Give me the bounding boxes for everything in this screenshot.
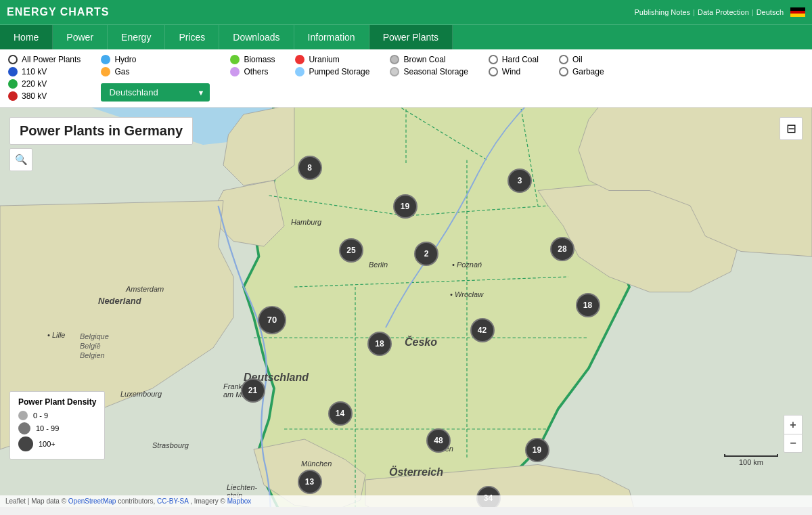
filter-220kv[interactable]: 220 kV xyxy=(8,79,81,89)
nav-power[interactable]: Power xyxy=(53,25,108,49)
filter-all-power-plants[interactable]: All Power Plants xyxy=(8,55,81,64)
cluster-marker-c3[interactable]: 19 xyxy=(393,194,418,219)
cluster-marker-c7[interactable]: 18 xyxy=(576,293,600,317)
nav-energy[interactable]: Energy xyxy=(108,25,165,49)
filter-uranium[interactable]: Uranium xyxy=(295,55,369,64)
map-attribution: Leaflet | Map data © OpenStreetMap contr… xyxy=(0,495,812,507)
filter-col-7: Oil Garbage xyxy=(559,55,604,76)
filter-col-4: Uranium Pumped Storage xyxy=(295,55,369,76)
filter-brown-coal[interactable]: Brown Coal xyxy=(390,55,468,64)
layers-icon: ⊟ xyxy=(786,121,796,136)
map-svg xyxy=(0,108,812,507)
filter-380kv[interactable]: 380 kV xyxy=(8,91,81,101)
filter-circle xyxy=(559,55,568,64)
legend-circle-small xyxy=(18,411,28,420)
filter-circle xyxy=(295,67,304,76)
search-icon: 🔍 xyxy=(15,154,28,166)
top-links: Publishing Notes | Data Protection | Deu… xyxy=(635,7,805,17)
language-link[interactable]: Deutsch xyxy=(757,8,784,16)
filter-circle xyxy=(559,67,568,76)
map-legend: Power Plant Density 0 - 9 10 - 99 100+ xyxy=(9,391,105,460)
scale-label: 100 km xyxy=(739,458,763,466)
filter-circle xyxy=(101,67,110,76)
filter-hydro[interactable]: Hydro xyxy=(101,55,210,64)
nav-power-plants[interactable]: Power Plants xyxy=(369,25,453,49)
data-protection-link[interactable]: Data Protection xyxy=(698,8,749,16)
filter-circle xyxy=(8,79,18,89)
zoom-in-button[interactable]: + xyxy=(784,415,803,434)
nav-prices[interactable]: Prices xyxy=(165,25,219,49)
filter-circle xyxy=(489,67,498,76)
cluster-marker-c6[interactable]: 28 xyxy=(550,237,574,261)
map-title: Power Plants in Germany xyxy=(9,117,193,145)
map-container[interactable]: Power Plants in Germany 🔍 ⊟ 831925228187… xyxy=(0,108,812,507)
filter-col-5: Brown Coal Seasonal Storage xyxy=(390,55,468,76)
cluster-marker-c4[interactable]: 25 xyxy=(339,238,363,263)
openstreetmap-link[interactable]: OpenStreetMap xyxy=(68,497,116,505)
filter-col-3: Biomass Others xyxy=(230,55,275,76)
filter-circle xyxy=(390,67,399,76)
filter-circle xyxy=(8,67,18,76)
filter-circle xyxy=(8,91,18,101)
filter-pumped-storage[interactable]: Pumped Storage xyxy=(295,67,369,76)
filter-seasonal-storage[interactable]: Seasonal Storage xyxy=(390,67,468,76)
filter-garbage[interactable]: Garbage xyxy=(559,67,604,76)
nav-home[interactable]: Home xyxy=(0,25,53,49)
top-bar: ENERGY CHARTS Publishing Notes | Data Pr… xyxy=(0,0,812,24)
filter-circle xyxy=(295,55,304,64)
filter-circle xyxy=(230,55,240,64)
legend-label-small: 0 - 9 xyxy=(33,411,48,420)
cluster-marker-c11[interactable]: 21 xyxy=(241,378,265,403)
cluster-marker-c10[interactable]: 18 xyxy=(367,332,392,356)
legend-circle-medium xyxy=(18,422,30,434)
zoom-out-button[interactable]: − xyxy=(784,434,803,453)
filter-oil[interactable]: Oil xyxy=(559,55,604,64)
nav-information[interactable]: Information xyxy=(294,25,369,49)
main-nav: Home Power Energy Prices Downloads Infor… xyxy=(0,24,812,49)
map-zoom-controls: + − xyxy=(784,415,803,453)
legend-label-medium: 10 - 99 xyxy=(36,424,59,432)
filter-biomass[interactable]: Biomass xyxy=(230,55,275,64)
cluster-marker-c1[interactable]: 8 xyxy=(298,156,322,180)
filter-col-2: Hydro Gas Deutschland Bayern Baden-Württ… xyxy=(101,55,210,102)
ccbysa-link[interactable]: CC-BY-SA xyxy=(157,497,188,505)
mapbox-link[interactable]: Mapbox xyxy=(227,497,252,505)
filter-circle xyxy=(390,55,399,64)
cluster-marker-c2[interactable]: 3 xyxy=(508,169,532,193)
filter-gas[interactable]: Gas xyxy=(101,67,210,76)
cluster-marker-c15[interactable]: 13 xyxy=(298,470,322,494)
filter-col-1: All Power Plants 110 kV 220 kV 380 kV xyxy=(8,55,81,101)
map-search-button[interactable]: 🔍 xyxy=(9,148,32,171)
cluster-marker-c5[interactable]: 2 xyxy=(414,242,438,266)
cluster-marker-c9[interactable]: 42 xyxy=(470,318,495,342)
cluster-marker-c13[interactable]: 48 xyxy=(426,428,451,453)
de-flag xyxy=(790,7,805,17)
legend-title: Power Plant Density xyxy=(18,397,96,407)
filter-circle xyxy=(489,55,498,64)
country-dropdown[interactable]: Deutschland Bayern Baden-Württemberg Nor… xyxy=(101,83,210,102)
filter-circle xyxy=(230,67,240,76)
filter-dropdown-wrapper: Deutschland Bayern Baden-Württemberg Nor… xyxy=(101,83,210,102)
filter-others[interactable]: Others xyxy=(230,67,275,76)
map-scale: 100 km xyxy=(724,454,778,466)
cluster-marker-c8[interactable]: 70 xyxy=(258,306,286,334)
filter-circle xyxy=(101,55,110,64)
filter-110kv[interactable]: 110 kV xyxy=(8,67,81,76)
map-layer-button[interactable]: ⊟ xyxy=(780,117,803,140)
filter-wind[interactable]: Wind xyxy=(489,67,539,76)
publishing-notes-link[interactable]: Publishing Notes xyxy=(635,8,691,16)
legend-circle-large xyxy=(18,436,33,451)
cluster-marker-c12[interactable]: 14 xyxy=(328,401,353,426)
cluster-marker-c14[interactable]: 19 xyxy=(525,438,549,462)
filter-circle xyxy=(8,55,18,64)
legend-item-large: 100+ xyxy=(18,436,96,451)
legend-item-small: 0 - 9 xyxy=(18,411,96,420)
nav-downloads[interactable]: Downloads xyxy=(219,25,294,49)
filter-col-6: Hard Coal Wind xyxy=(489,55,539,76)
brand-logo: ENERGY CHARTS xyxy=(7,6,109,18)
filter-bar: All Power Plants 110 kV 220 kV 380 kV Hy… xyxy=(0,49,812,108)
legend-label-large: 100+ xyxy=(39,440,55,448)
legend-item-medium: 10 - 99 xyxy=(18,422,96,434)
filter-hard-coal[interactable]: Hard Coal xyxy=(489,55,539,64)
scale-line xyxy=(724,454,778,457)
